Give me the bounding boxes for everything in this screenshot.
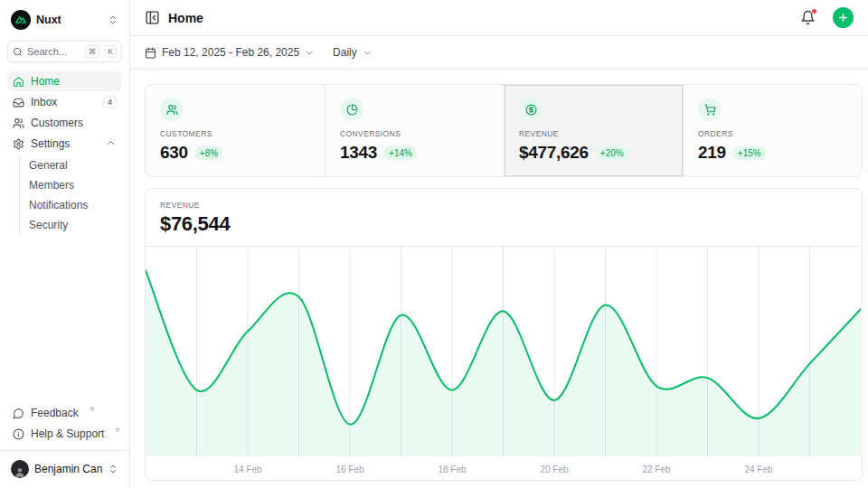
users-icon bbox=[13, 117, 24, 129]
main-panel: Home Feb 12, 2025 - Feb 26, 2025 Daily bbox=[130, 0, 868, 488]
users-icon bbox=[160, 98, 184, 121]
chevrons-up-down-icon bbox=[108, 464, 118, 474]
circle-dollar-icon bbox=[519, 98, 542, 121]
sidebar-footer-nav: Feedback Help & Support bbox=[7, 403, 122, 444]
stat-conversions[interactable]: CONVERSIONS 1343 +14% bbox=[325, 85, 504, 176]
inbox-count-badge: 4 bbox=[103, 96, 117, 108]
message-bubble-icon bbox=[13, 408, 24, 419]
chevron-down-icon bbox=[363, 48, 373, 58]
stat-delta-badge: +8% bbox=[195, 146, 222, 160]
add-button[interactable] bbox=[833, 7, 854, 28]
stat-delta-badge: +14% bbox=[384, 146, 417, 160]
stat-label: ORDERS bbox=[698, 129, 847, 138]
sidebar-item-security[interactable]: Security bbox=[20, 215, 122, 235]
filter-toolbar: Feb 12, 2025 - Feb 26, 2025 Daily bbox=[130, 36, 868, 70]
sidebar-item-customers[interactable]: Customers bbox=[7, 113, 122, 133]
stat-delta-badge: +15% bbox=[733, 146, 766, 160]
panel-left-close-icon bbox=[145, 10, 160, 25]
sidebar-item-label: Inbox bbox=[31, 96, 97, 108]
period-select[interactable]: Daily bbox=[333, 46, 373, 59]
revenue-area-chart[interactable]: 14 Feb16 Feb18 Feb20 Feb22 Feb24 Feb bbox=[146, 247, 862, 480]
stat-orders[interactable]: ORDERS 219 +15% bbox=[683, 85, 862, 176]
shopping-cart-icon bbox=[698, 98, 722, 121]
svg-text:24 Feb: 24 Feb bbox=[744, 465, 773, 474]
inbox-icon bbox=[13, 97, 24, 108]
calendar-icon bbox=[145, 47, 156, 59]
sidebar-nav: Home Inbox 4 Customers Settings Gener bbox=[7, 71, 122, 236]
external-link-icon bbox=[110, 427, 123, 440]
page-title: Home bbox=[168, 11, 792, 25]
avatar bbox=[11, 460, 29, 478]
stat-label: REVENUE bbox=[519, 129, 668, 138]
sidebar-item-settings[interactable]: Settings bbox=[7, 134, 122, 154]
svg-text:22 Feb: 22 Feb bbox=[642, 465, 671, 474]
sidebar-item-notifications[interactable]: Notifications bbox=[20, 195, 122, 215]
info-circle-icon bbox=[13, 428, 24, 440]
stat-value: 1343 bbox=[340, 143, 377, 163]
sidebar-item-home[interactable]: Home bbox=[7, 71, 122, 91]
sidebar-item-help-support[interactable]: Help & Support bbox=[7, 424, 122, 444]
chart-current-value: $76,544 bbox=[160, 212, 847, 236]
gear-icon bbox=[13, 138, 24, 150]
chevrons-up-down-icon bbox=[108, 14, 118, 25]
search-icon bbox=[13, 47, 23, 57]
stats-row: CUSTOMERS 630 +8% CONVERSIONS 1343 +14% bbox=[145, 84, 863, 177]
workspace-switcher[interactable]: Nuxt bbox=[7, 7, 122, 33]
sidebar-item-inbox[interactable]: Inbox 4 bbox=[7, 92, 122, 112]
date-range-picker[interactable]: Feb 12, 2025 - Feb 26, 2025 bbox=[145, 46, 315, 59]
app-window: Nuxt Search... ⌘ K Home Inbox 4 Cust bbox=[0, 0, 868, 488]
pie-chart-icon bbox=[340, 98, 363, 121]
stat-delta-badge: +20% bbox=[596, 146, 628, 160]
svg-text:18 Feb: 18 Feb bbox=[438, 465, 467, 474]
svg-text:14 Feb: 14 Feb bbox=[233, 465, 262, 474]
kbd-key: K bbox=[104, 45, 117, 58]
sidebar-divider bbox=[0, 450, 129, 451]
sidebar-item-label: Customers bbox=[31, 117, 117, 129]
sidebar-spacer bbox=[7, 236, 122, 403]
stat-customers[interactable]: CUSTOMERS 630 +8% bbox=[146, 85, 325, 176]
settings-subnav: General Members Notifications Security bbox=[19, 155, 122, 235]
stat-label: CUSTOMERS bbox=[160, 129, 310, 138]
search-placeholder: Search... bbox=[27, 46, 80, 57]
notifications-button[interactable] bbox=[800, 10, 816, 25]
stat-value: 219 bbox=[698, 143, 726, 163]
sidebar-item-label: Notifications bbox=[29, 199, 117, 211]
revenue-chart-card: REVENUE $76,544 14 Feb16 Feb18 Feb20 Feb… bbox=[145, 188, 863, 481]
search-input[interactable]: Search... ⌘ K bbox=[7, 41, 122, 62]
user-name: Benjamin Canac bbox=[34, 463, 102, 475]
chevron-down-icon bbox=[305, 48, 315, 58]
external-link-icon bbox=[85, 407, 98, 419]
chart-title: REVENUE bbox=[160, 201, 847, 210]
stat-label: CONVERSIONS bbox=[340, 129, 489, 138]
home-icon bbox=[13, 76, 24, 88]
stat-revenue[interactable]: REVENUE $477,626 +20% bbox=[504, 85, 683, 176]
top-header: Home bbox=[130, 0, 868, 36]
kbd-meta: ⌘ bbox=[85, 45, 100, 58]
nuxt-logo-icon bbox=[11, 10, 31, 30]
sidebar: Nuxt Search... ⌘ K Home Inbox 4 Cust bbox=[0, 0, 130, 488]
workspace-name: Nuxt bbox=[36, 14, 102, 26]
period-label: Daily bbox=[333, 46, 357, 59]
svg-text:16 Feb: 16 Feb bbox=[335, 465, 364, 474]
chart-header: REVENUE $76,544 bbox=[146, 189, 862, 247]
sidebar-item-label: Help & Support bbox=[31, 427, 104, 440]
notification-dot bbox=[811, 8, 817, 14]
sidebar-item-members[interactable]: Members bbox=[20, 175, 122, 195]
content-area: CUSTOMERS 630 +8% CONVERSIONS 1343 +14% bbox=[130, 70, 868, 488]
sidebar-item-label: Feedback bbox=[31, 407, 79, 419]
sidebar-item-label: General bbox=[29, 159, 117, 172]
plus-icon bbox=[837, 12, 849, 23]
sidebar-item-label: Members bbox=[29, 179, 117, 192]
svg-text:20 Feb: 20 Feb bbox=[540, 465, 569, 474]
chevron-up-icon bbox=[105, 137, 117, 151]
sidebar-item-feedback[interactable]: Feedback bbox=[7, 403, 122, 423]
stat-value: $477,626 bbox=[519, 143, 589, 163]
sidebar-item-general[interactable]: General bbox=[20, 155, 122, 175]
sidebar-item-label: Settings bbox=[31, 137, 99, 150]
stat-value: 630 bbox=[160, 143, 188, 163]
collapse-sidebar-button[interactable] bbox=[145, 10, 160, 25]
user-menu[interactable]: Benjamin Canac bbox=[7, 457, 122, 481]
sidebar-item-label: Home bbox=[31, 75, 117, 88]
date-range-label: Feb 12, 2025 - Feb 26, 2025 bbox=[162, 46, 299, 59]
sidebar-item-label: Security bbox=[29, 219, 117, 231]
